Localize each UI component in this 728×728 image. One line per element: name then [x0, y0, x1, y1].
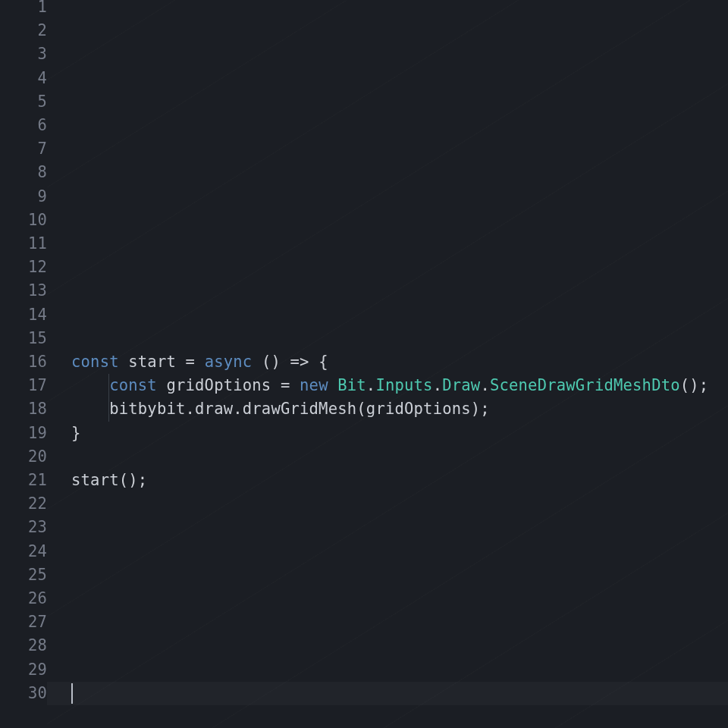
code-line[interactable]	[47, 209, 728, 232]
code-token: ();	[680, 376, 709, 394]
code-editor[interactable]: 1234567891011121314151617181920212223242…	[0, 0, 728, 728]
code-line[interactable]	[47, 137, 728, 161]
code-token: gridOptions	[166, 376, 281, 394]
code-line[interactable]	[47, 19, 728, 42]
code-line[interactable]	[47, 682, 728, 705]
code-token: drawGridMesh	[243, 400, 357, 418]
code-token: ()	[262, 353, 290, 371]
code-token: {	[318, 353, 328, 371]
code-line[interactable]	[47, 185, 728, 209]
code-token: }	[71, 424, 81, 442]
code-token: .	[186, 400, 196, 418]
code-line[interactable]	[47, 445, 728, 469]
code-line[interactable]: }	[47, 422, 728, 445]
code-token: const	[71, 353, 128, 371]
code-line[interactable]	[47, 563, 728, 587]
code-content[interactable]: const start = async () => { const gridOp…	[47, 0, 728, 728]
code-token: Draw	[442, 376, 480, 394]
code-token: start	[71, 471, 119, 489]
code-line[interactable]	[47, 42, 728, 66]
code-line[interactable]	[47, 492, 728, 516]
code-line[interactable]	[47, 587, 728, 610]
code-token: SceneDrawGridMeshDto	[490, 376, 680, 394]
code-line[interactable]	[47, 658, 728, 682]
code-line[interactable]: bitbybit.draw.drawGridMesh(gridOptions);	[47, 397, 728, 421]
code-line[interactable]	[47, 634, 728, 657]
code-token: gridOptions	[366, 400, 471, 418]
indent-guide	[108, 374, 109, 397]
code-token: bitbybit	[71, 400, 186, 418]
code-line[interactable]: const start = async () => {	[47, 350, 728, 374]
line-number-gutter: 1234567891011121314151617181920212223242…	[0, 0, 47, 728]
code-line[interactable]	[47, 0, 728, 19]
code-token: Bit	[337, 376, 366, 394]
code-token: =	[186, 353, 205, 371]
code-line[interactable]	[47, 232, 728, 256]
code-token: .	[366, 376, 376, 394]
code-token: const	[109, 376, 166, 394]
code-token: start	[128, 353, 185, 371]
code-token: =	[281, 376, 300, 394]
code-line[interactable]: const gridOptions = new Bit.Inputs.Draw.…	[47, 374, 728, 397]
code-line[interactable]	[47, 256, 728, 279]
code-line[interactable]	[47, 67, 728, 90]
code-token: async	[205, 353, 262, 371]
code-line[interactable]	[47, 540, 728, 563]
code-token: ();	[119, 471, 148, 489]
code-line[interactable]	[47, 516, 728, 539]
code-line[interactable]: start();	[47, 469, 728, 492]
code-line[interactable]	[47, 327, 728, 350]
code-token: .	[233, 400, 243, 418]
code-line[interactable]	[47, 279, 728, 303]
code-token: (	[356, 400, 366, 418]
code-token: .	[433, 376, 443, 394]
code-line[interactable]	[47, 303, 728, 327]
code-token: =>	[290, 353, 319, 371]
code-line[interactable]	[47, 161, 728, 184]
indent-guide	[108, 397, 109, 421]
code-token: Inputs	[375, 376, 432, 394]
code-token: .	[480, 376, 490, 394]
code-token	[71, 376, 109, 394]
code-token: new	[300, 376, 337, 394]
code-line[interactable]	[47, 114, 728, 137]
code-line[interactable]	[47, 90, 728, 114]
code-token: draw	[195, 400, 233, 418]
text-cursor	[71, 683, 73, 704]
code-line[interactable]	[47, 610, 728, 634]
code-token: );	[471, 400, 490, 418]
